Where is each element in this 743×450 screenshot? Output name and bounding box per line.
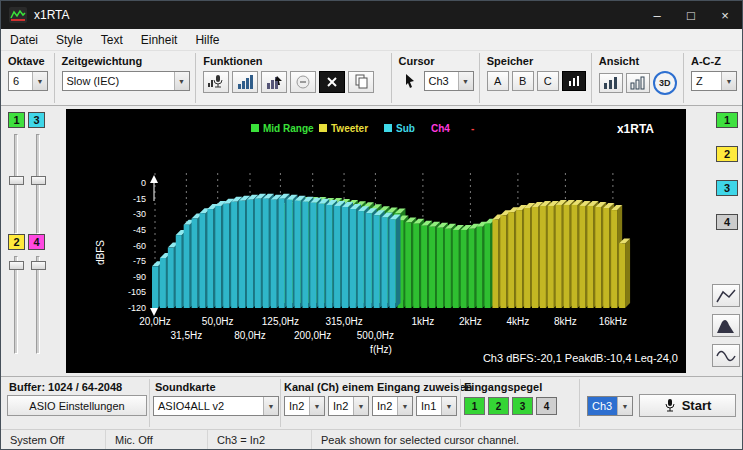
- cursor-arrow-icon: [403, 73, 417, 89]
- view-3d-button[interactable]: 3D: [653, 71, 677, 95]
- spectrum-button[interactable]: [232, 71, 258, 93]
- chevron-down-icon[interactable]: ▼: [263, 397, 278, 415]
- clear-button[interactable]: [319, 71, 345, 93]
- svg-text:0: 0: [141, 178, 146, 188]
- fader-handle-ch2[interactable]: [9, 261, 24, 270]
- fader-handle-ch1[interactable]: [9, 176, 24, 185]
- minus-circle-icon: [294, 74, 312, 90]
- menu-hilfe[interactable]: Hilfe: [186, 30, 228, 50]
- fader-handle-ch3[interactable]: [31, 176, 46, 185]
- chevron-down-icon[interactable]: ▼: [721, 72, 736, 90]
- weighting-combo[interactable]: Z ▼: [691, 71, 737, 91]
- right-channel-1-button[interactable]: 1: [716, 112, 738, 128]
- menu-einheit[interactable]: Einheit: [132, 30, 187, 50]
- close-button[interactable]: ×: [708, 1, 742, 29]
- chevron-down-icon[interactable]: ▼: [174, 72, 189, 90]
- assign-ch2-combo[interactable]: In2 ▼: [328, 396, 369, 416]
- funktionen-label: Funktionen: [203, 55, 390, 67]
- right-channel-3-button[interactable]: 3: [716, 180, 738, 196]
- app-window: x1RTA – □ × Datei Style Text Einheit Hil…: [0, 0, 743, 450]
- speicher-b-button[interactable]: B: [512, 71, 534, 91]
- menubar: Datei Style Text Einheit Hilfe: [1, 29, 742, 51]
- svg-text:4kHz: 4kHz: [507, 316, 530, 327]
- transfer-view-button[interactable]: [712, 284, 740, 307]
- eingangspegel-label: Eingangspegel: [464, 381, 542, 393]
- status-channel-input: Ch3 = In2: [208, 430, 312, 449]
- assign-ch1-combo[interactable]: In2 ▼: [284, 396, 325, 416]
- svg-text:16kHz: 16kHz: [599, 316, 627, 327]
- svg-text:f(Hz): f(Hz): [370, 344, 392, 355]
- svg-text:-90: -90: [133, 272, 146, 282]
- copy-button[interactable]: [348, 71, 374, 93]
- assign-ch1-value: In2: [285, 397, 309, 415]
- menu-text[interactable]: Text: [92, 30, 132, 50]
- zeitgewichtung-value: Slow (IEC): [63, 72, 174, 90]
- channel-2-button[interactable]: 2: [8, 234, 25, 250]
- svg-text:20,0Hz: 20,0Hz: [139, 316, 171, 327]
- store-bars-icon: [568, 75, 580, 87]
- spectrogram-view-button[interactable]: [712, 314, 740, 337]
- chevron-down-icon[interactable]: ▼: [32, 72, 47, 90]
- bars-filled-icon: [603, 76, 619, 90]
- cursor-tool-button[interactable]: [399, 71, 421, 91]
- chevron-down-icon[interactable]: ▼: [617, 397, 632, 415]
- group-acz: A-C-Z Z ▼: [684, 51, 742, 105]
- statusbar: System Off Mic. Off Ch3 = In2 Peak shown…: [1, 429, 742, 449]
- assign-ch4-combo[interactable]: In1 ▼: [416, 396, 457, 416]
- fader-handle-ch4[interactable]: [31, 261, 46, 270]
- cursor-channel-combo[interactable]: Ch3 ▼: [424, 71, 474, 91]
- remove-button[interactable]: [290, 71, 316, 93]
- active-cursor-channel-combo[interactable]: Ch3 ▼: [587, 396, 633, 416]
- right-channel-2-button[interactable]: 2: [716, 146, 738, 162]
- zeitgewichtung-label: Zeitgewichtung: [62, 55, 196, 67]
- svg-text:Ch4: Ch4: [431, 123, 450, 134]
- start-button[interactable]: Start: [639, 394, 736, 417]
- spectrum-cursor-button[interactable]: [261, 71, 287, 93]
- view-bars-outline-button[interactable]: [626, 73, 650, 93]
- svg-text:-15: -15: [133, 194, 146, 204]
- chevron-down-icon[interactable]: ▼: [309, 397, 324, 415]
- view-bars-filled-button[interactable]: [599, 73, 623, 93]
- chevron-down-icon[interactable]: ▼: [458, 72, 473, 90]
- chevron-down-icon[interactable]: ▼: [353, 397, 368, 415]
- svg-text:50,0Hz: 50,0Hz: [202, 316, 234, 327]
- minimize-button[interactable]: –: [640, 1, 674, 29]
- menu-style[interactable]: Style: [47, 30, 92, 50]
- chevron-down-icon[interactable]: ▼: [441, 397, 456, 415]
- level-4-button[interactable]: 4: [536, 397, 557, 415]
- status-hint: Peak shown for selected cursor channel.: [312, 430, 742, 449]
- fader-track-ch2: [14, 256, 18, 354]
- channel-3-button[interactable]: 3: [28, 112, 45, 128]
- svg-text:315,0Hz: 315,0Hz: [325, 316, 362, 327]
- chevron-down-icon[interactable]: ▼: [397, 397, 412, 415]
- right-channel-4-button[interactable]: 4: [716, 214, 738, 230]
- level-3-button[interactable]: 3: [512, 397, 533, 415]
- oktave-combo[interactable]: 6 ▼: [8, 71, 48, 91]
- level-2-button[interactable]: 2: [488, 397, 509, 415]
- speicher-a-button[interactable]: A: [487, 71, 509, 91]
- svg-text:80,0Hz: 80,0Hz: [234, 330, 266, 341]
- sine-wave-icon: [715, 347, 737, 365]
- svg-text:dBFS: dBFS: [95, 240, 106, 265]
- rta-chart-canvas[interactable]: 0-15-30-45-60-75-90-105-120dBFS20,0Hz31,…: [66, 109, 686, 373]
- channel-1-button[interactable]: 1: [8, 112, 25, 128]
- measure-mic-button[interactable]: [203, 71, 229, 93]
- svg-text:-30: -30: [133, 209, 146, 219]
- level-1-button[interactable]: 1: [464, 397, 485, 415]
- generator-view-button[interactable]: [712, 344, 740, 367]
- asio-settings-button[interactable]: ASIO Einstellungen: [7, 395, 147, 416]
- group-funktionen: Funktionen: [196, 51, 390, 105]
- maximize-button[interactable]: □: [674, 1, 708, 29]
- svg-text:31,5Hz: 31,5Hz: [171, 330, 203, 341]
- soundcard-combo[interactable]: ASIO4ALL v2 ▼: [153, 396, 279, 416]
- group-speicher: Speicher A B C: [480, 51, 591, 105]
- zeitgewichtung-combo[interactable]: Slow (IEC) ▼: [62, 71, 190, 91]
- channel-4-button[interactable]: 4: [28, 234, 45, 250]
- speicher-store-button[interactable]: [562, 71, 586, 91]
- svg-text:-120: -120: [128, 303, 146, 313]
- left-fader-panel: 1 3 2 4: [1, 106, 66, 376]
- assign-ch3-combo[interactable]: In2 ▼: [372, 396, 413, 416]
- app-logo-icon: [9, 7, 27, 23]
- menu-datei[interactable]: Datei: [1, 30, 47, 50]
- speicher-c-button[interactable]: C: [537, 71, 559, 91]
